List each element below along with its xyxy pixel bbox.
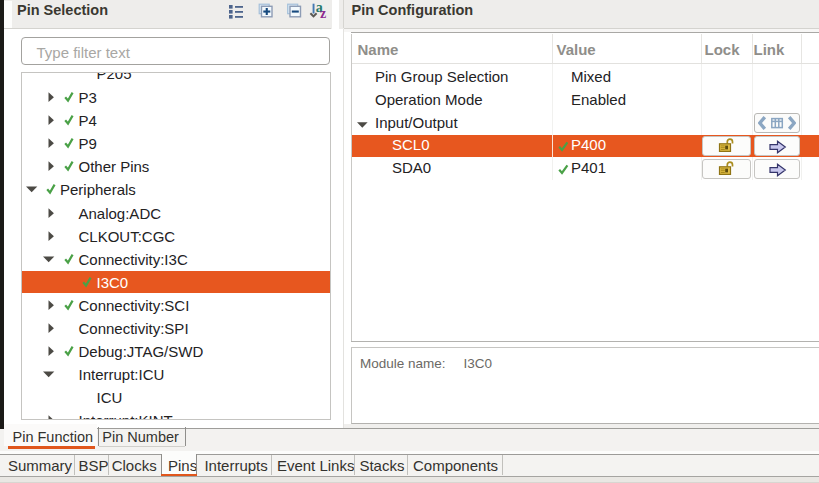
svg-text:z: z: [320, 6, 326, 19]
